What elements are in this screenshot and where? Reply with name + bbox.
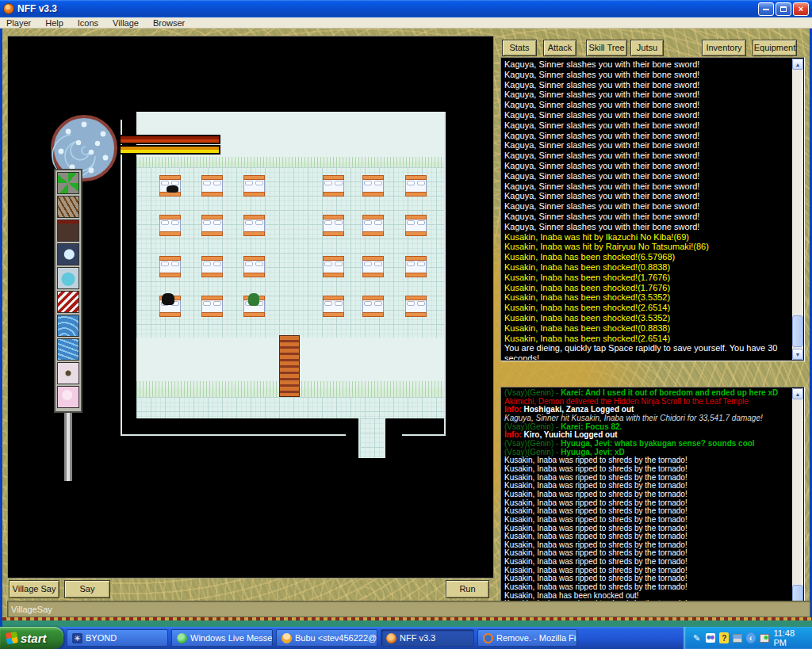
start-button[interactable]: start [0, 627, 63, 649]
menu-bar: Player Help Icons Village Browser [0, 17, 812, 29]
inventory-button[interactable]: Inventory [702, 40, 746, 56]
minimize-icon [763, 8, 769, 10]
combat-log-line: Kusakin, Inaba was hit by Rairyuu No Tat… [504, 242, 792, 252]
taskbar-task-byond[interactable]: ✳BYOND [67, 629, 168, 647]
chakra-bar [119, 145, 220, 155]
hospital-bed [405, 256, 427, 277]
hospital-bed [243, 256, 265, 277]
close-button[interactable]: × [793, 2, 809, 16]
combat-log-line: Kaguya, Sinner slashes you with their bo… [504, 140, 792, 151]
taskbar: start ✳BYONDWindows Live Messen...Bubu <… [0, 627, 812, 649]
path-line-right [444, 112, 446, 436]
combat-log-line: Kusakin, Inaba has been shocked!(1.7676) [504, 283, 792, 293]
combat-log-line: Kaguya, Sinner slashes you with their bo… [504, 120, 792, 131]
combat-log-line: Kusakin, Inaba has been shocked!(3.5352) [504, 292, 792, 303]
combat-log-line: Kusakin, Inaba has been shocked!(6.57968… [504, 252, 792, 262]
taskbar-task-msn[interactable]: Windows Live Messen... [171, 629, 273, 647]
menu-item-player[interactable]: Player [6, 18, 31, 28]
skill-tree-button[interactable]: Skill Tree [586, 40, 627, 56]
maximize-icon [780, 6, 787, 12]
combat-log-scrollbar[interactable]: ▲ ▼ [792, 59, 803, 360]
hospital-floor [136, 167, 444, 338]
collapse-chevron-icon[interactable]: ‹ [746, 632, 756, 643]
updates-tray-icon[interactable] [733, 634, 742, 643]
desktop: { "window": { "title": "NFF v3.3", "menu… [0, 0, 812, 649]
client-area: Stats Attack Skill Tree Jutsu Inventory … [0, 29, 812, 627]
stats-button[interactable]: Stats [502, 40, 537, 56]
attack-button[interactable]: Attack [543, 40, 576, 56]
combat-log-line: Kusakin, Inaba has been shocked!(0.8838) [504, 262, 792, 273]
leaf-shuriken-icon[interactable] [57, 172, 79, 194]
combat-log-lines: Kaguya, Sinner slashes you with their bo… [504, 59, 792, 360]
staircase [279, 335, 300, 397]
scroll-up-icon[interactable]: ▲ [792, 388, 803, 399]
app-icon [3, 3, 14, 14]
game-map-viewport[interactable] [7, 36, 494, 578]
insect-icon[interactable] [57, 362, 79, 384]
player-green-cloak[interactable] [248, 293, 259, 306]
chidori-orb-icon[interactable] [57, 243, 79, 265]
earth-wall-icon[interactable] [57, 220, 79, 242]
scroll-down-icon[interactable]: ▼ [792, 349, 803, 360]
chat-input[interactable] [7, 601, 810, 617]
scroll-up-icon[interactable]: ▲ [792, 59, 803, 70]
menu-item-help[interactable]: Help [45, 18, 63, 28]
combat-log-line: Kaguya, Sinner slashes you with their bo… [504, 90, 792, 100]
task-label: Bubu <stev456222@... [295, 633, 377, 643]
menu-item-village[interactable]: Village [113, 18, 139, 28]
menu-item-browser[interactable]: Browser [153, 18, 185, 28]
combat-log-line: Kusakin, Inaba has been shocked!(3.5352) [504, 313, 792, 323]
task-label: NFF v3.3 [400, 633, 435, 643]
taskbar-task-contact[interactable]: Bubu <stev456222@... [276, 629, 377, 647]
say-button[interactable]: Say [64, 580, 110, 598]
maximize-button[interactable] [776, 2, 791, 16]
hospital-bed [323, 256, 344, 277]
taskbar-task-nff[interactable]: NFF v3.3 [381, 629, 474, 647]
player-black-hair[interactable] [162, 293, 174, 305]
pen-tray-icon[interactable]: ✎ [691, 632, 702, 644]
task-label: Remove. - Mozilla Fir... [496, 633, 577, 643]
water-vortex-icon[interactable] [57, 338, 79, 361]
minimize-button[interactable] [758, 2, 774, 16]
title-bar[interactable]: NFF v3.3 × [0, 0, 812, 17]
pink-jutsu-icon[interactable] [57, 386, 79, 408]
run-button[interactable]: Run [446, 580, 489, 598]
network-tray-icon[interactable] [760, 634, 770, 643]
taskbar-task-firefox[interactable]: Remove. - Mozilla Fir... [477, 629, 577, 647]
hospital-bed [362, 175, 384, 197]
player-lying-dark[interactable] [167, 185, 178, 193]
combat-log-line: Kaguya, Sinner slashes you with their bo… [504, 131, 792, 141]
help-tray-icon[interactable]: ? [719, 632, 728, 643]
hospital-bed [362, 256, 384, 277]
hospital-bed [323, 175, 344, 197]
combat-log-line: Kaguya, Sinner slashes you with their bo… [504, 100, 792, 110]
combat-log-line: Kaguya, Sinner slashes you with their bo… [504, 222, 792, 232]
water-wave-icon[interactable] [57, 315, 79, 337]
hospital-bed [405, 296, 427, 317]
hospital-bed [362, 215, 384, 236]
system-tray: ✎ ? ‹ 11:48 PM [684, 627, 812, 649]
senbon-icon[interactable] [57, 196, 79, 218]
jutsu-button[interactable]: Jutsu [630, 40, 664, 56]
messenger-tray-icon[interactable] [706, 633, 715, 643]
scrollbar-thumb[interactable] [792, 315, 803, 347]
hospital-bed [201, 215, 223, 236]
water-beast-icon[interactable] [57, 267, 79, 289]
hospital-bed [323, 215, 344, 236]
equipment-button[interactable]: Equipment [753, 40, 797, 56]
hospital-bed [243, 215, 265, 236]
combat-log-line: Kusakin, Inaba has been shocked!(2.6514) [504, 334, 792, 344]
nff-icon [386, 633, 396, 643]
chat-log-scrollbar[interactable]: ▲ ▼ [792, 388, 803, 623]
hospital-bed [405, 175, 427, 197]
menu-item-icons[interactable]: Icons [78, 18, 98, 28]
combat-log-panel[interactable]: Kaguya, Sinner slashes you with their bo… [500, 57, 805, 361]
grass-fringe-top [136, 157, 444, 167]
hospital-bed [323, 296, 344, 317]
chat-log-panel[interactable]: (Vsay)(Genin) - Karei: And I used it out… [500, 387, 805, 624]
combat-log-line: Kaguya, Sinner slashes you with their bo… [504, 70, 792, 80]
byond-icon: ✳ [72, 633, 82, 643]
task-label: Windows Live Messen... [190, 633, 273, 643]
village-say-button[interactable]: Village Say [9, 580, 59, 598]
shark-bite-icon[interactable] [57, 291, 79, 313]
